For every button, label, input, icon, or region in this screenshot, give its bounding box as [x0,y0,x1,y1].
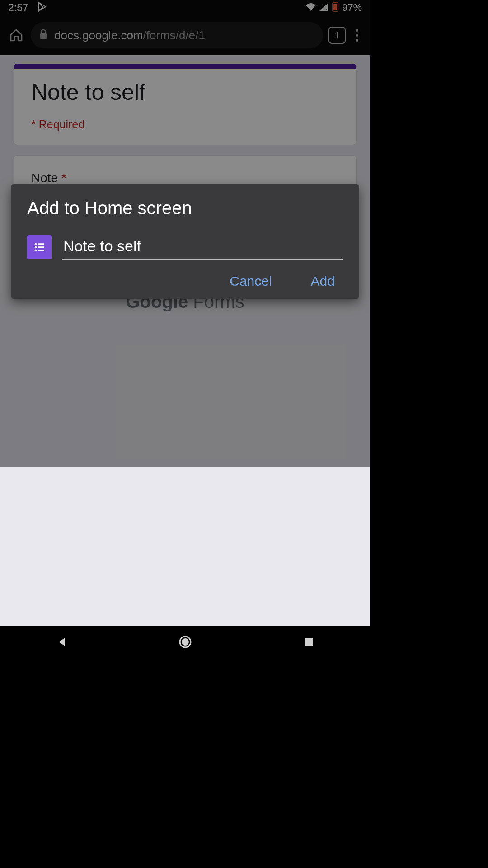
svg-rect-8 [38,246,44,248]
home-nav-button[interactable] [158,635,212,649]
svg-rect-13 [305,638,313,646]
recents-button[interactable] [282,637,336,647]
cancel-button[interactable]: Cancel [230,274,272,289]
add-button[interactable]: Add [311,274,335,289]
shortcut-name-input[interactable] [62,235,343,260]
forms-app-icon [27,235,52,259]
svg-point-7 [35,246,37,249]
dialog-title: Add to Home screen [27,198,343,218]
android-nav-bar [0,626,370,658]
add-to-home-dialog: Add to Home screen Cancel Add [11,184,359,299]
svg-point-12 [182,638,189,646]
svg-rect-6 [38,243,44,245]
back-button[interactable] [35,636,89,648]
svg-rect-10 [38,250,44,251]
svg-point-5 [35,243,37,245]
svg-point-9 [35,250,37,252]
